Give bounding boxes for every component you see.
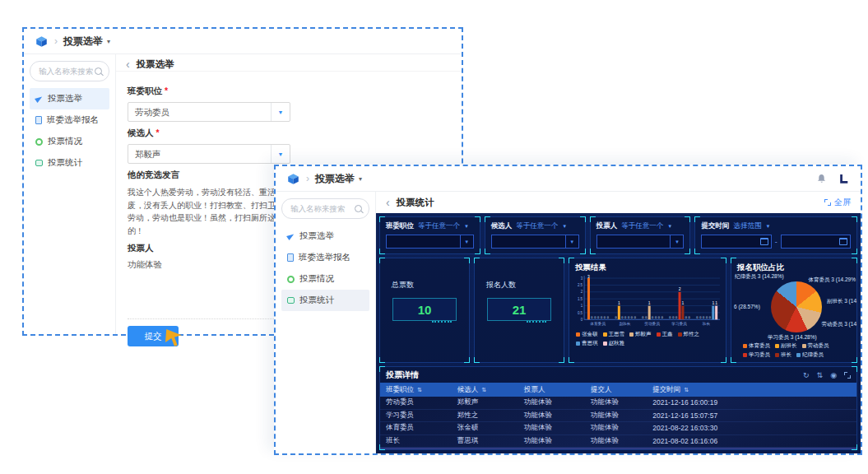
legend-item[interactable]: 副班长 [775,342,797,350]
legend-item[interactable]: 郑毅声 [629,331,652,338]
legend-item[interactable]: 王鑫 [657,331,673,338]
chevron-down-icon[interactable]: ▼ [667,224,672,229]
app-logo-cube-icon[interactable] [35,35,48,48]
legend-item[interactable]: 郑性之 [678,331,700,338]
sidebar-item-vote-status[interactable]: 投票情况 [30,131,109,152]
table-row[interactable]: 学习委员郑性之功能体验功能体验2021-12-16 15:07:57 [380,410,856,423]
position-select[interactable]: 劳动委员 ▼ [128,102,290,122]
filter-label: 提交时间 [701,221,729,231]
app-logo-cube-icon[interactable] [287,173,299,185]
table-cell: 郑性之 [452,411,518,421]
back-chevron-icon[interactable]: ‹ [126,58,130,71]
chevron-down-icon[interactable]: ▼ [670,235,683,248]
sort-icon[interactable]: ⇅ [684,387,689,393]
sidebar-item-committee-signup[interactable]: 班委选举报名 [30,109,109,131]
filter-operator[interactable]: 等于任意一个 [516,221,558,231]
breadcrumb-app-name[interactable]: 投票选举 [315,172,355,186]
filter-operator[interactable]: 选择范围 [733,221,761,231]
filter-position-select[interactable]: ▼ [386,235,474,249]
legend-item[interactable]: 班长 [775,351,791,359]
filter-operator[interactable]: 等于任意一个 [621,221,663,231]
chevron-down-icon[interactable]: ▼ [562,224,567,229]
sidebar-item-label: 投票情况 [48,136,82,147]
breadcrumb-app-name[interactable]: 投票选举 [63,35,103,49]
table-row[interactable]: 劳动委员郑毅声功能体验功能体验2021-12-16 16:00:19 [380,397,856,410]
fullscreen-button[interactable]: 全屏 [824,197,851,208]
legend-item[interactable]: 王思雪 [603,331,625,338]
chevron-down-icon[interactable]: ▼ [565,235,578,248]
refresh-icon[interactable]: ↻ [803,372,810,379]
back-chevron-icon[interactable]: ‹ [386,196,390,209]
column-header[interactable]: 投票人 [518,385,585,395]
filter-submit-time: 提交时间 选择范围 ▼ - [694,216,857,254]
table-cell: 功能体验 [585,397,647,407]
chevron-down-icon[interactable]: ▼ [765,224,770,229]
svg-text:0: 0 [604,316,606,319]
svg-text:0: 0 [655,316,657,319]
svg-text:3: 3 [587,274,590,279]
pie-label: 体育委员 3 (14.29% [809,276,856,284]
legend-label: 学习委员 [749,351,770,359]
fullscreen-icon[interactable] [844,372,851,379]
sidebar-item-vote-stats[interactable]: 投票统计 [30,152,109,174]
legend-item[interactable]: 纪律委员 [796,351,824,359]
calendar-icon [760,238,768,245]
sidebar-search-input[interactable] [289,203,355,214]
table-cell: 郑毅声 [452,397,518,407]
legend-item[interactable]: 曹思琪 [576,340,598,347]
date-end-input[interactable] [781,235,851,249]
column-header[interactable]: 提交时间⇅ [647,385,751,395]
chevron-down-icon[interactable]: ▼ [271,145,290,163]
svg-text:0: 0 [642,316,643,319]
table-cell: 2021-12-16 15:07:57 [647,411,751,420]
breadcrumb-caret-icon[interactable]: ▾ [359,175,362,183]
legend-item[interactable]: 张金硕 [576,331,598,338]
sidebar-item-vote-stats[interactable]: 投票统计 [281,290,369,311]
chevron-down-icon[interactable]: ▼ [271,103,290,121]
column-header[interactable]: 候选人⇅ [452,385,518,395]
table-cell: 功能体验 [518,397,585,407]
breadcrumb-caret-icon[interactable]: ▾ [107,38,110,45]
sidebar-item-vote-election[interactable]: 投票选举 [281,225,369,247]
chevron-down-icon[interactable]: ▼ [464,224,469,229]
candidate-select[interactable]: 郑毅声 ▼ [128,144,290,164]
sidebar-item-committee-signup[interactable]: 班委选举报名 [281,247,369,268]
filter-label: 班委职位 [386,221,414,231]
sidebar-item-vote-status[interactable]: 投票情况 [281,268,369,290]
window-vote-stats: › 投票选举 ▾ 投票选举 [274,165,862,455]
legend-item[interactable]: 赵秋雅 [603,340,625,347]
table-cell: 班长 [380,436,452,446]
table-row[interactable]: 学习委员王鑫教育培训教育培训2021-02-18 14:56:28 [380,448,856,449]
legend-item[interactable]: 体育委员 [743,342,770,350]
chevron-down-icon[interactable]: ▼ [460,235,473,248]
legend-item[interactable]: 劳动委员 [802,342,829,350]
column-header[interactable]: 提交人 [585,385,647,395]
sort-icon[interactable]: ⇅ [481,387,486,393]
sort-icon[interactable]: ⇅ [417,387,422,393]
svg-text:1.5: 1.5 [578,297,583,301]
legend-color-swatch [678,332,682,337]
column-header[interactable]: 班委职位⇅ [380,385,452,395]
breadcrumb-chevron-icon: › [54,35,58,47]
sidebar-item-label: 班委选举报名 [299,252,350,263]
table-row[interactable]: 班长曹思琪功能体验功能体验2021-08-02 16:16:06 [380,435,856,448]
pie-chart[interactable] [771,281,822,332]
sidebar-item-vote-election[interactable]: 投票选举 [30,88,109,109]
visibility-icon[interactable]: ◉ [830,372,837,379]
filter-voter-select[interactable]: ▼ [596,235,685,249]
svg-text:劳动委员: 劳动委员 [644,321,660,326]
filter-candidate-select[interactable]: ▼ [491,235,579,249]
sidebar-search-input[interactable] [37,66,95,77]
legend-label: 郑毅声 [635,331,652,338]
sort-icon[interactable]: ⇅ [817,372,824,379]
status-ring-icon [35,138,43,146]
bar-chart[interactable]: 00.511.522.53体育委员3000000副班长0100000劳动委员00… [572,274,723,330]
legend-item[interactable]: 学习委员 [743,351,770,359]
table-cell: 功能体验 [518,411,585,421]
date-start-input[interactable] [701,235,771,249]
svg-text:0: 0 [621,316,623,319]
bell-icon[interactable] [817,174,826,184]
table-row[interactable]: 体育委员张金硕功能体验功能体验2021-08-22 16:03:30 [380,422,856,435]
legend-color-swatch [743,344,747,348]
filter-operator[interactable]: 等于任意一个 [418,221,460,231]
